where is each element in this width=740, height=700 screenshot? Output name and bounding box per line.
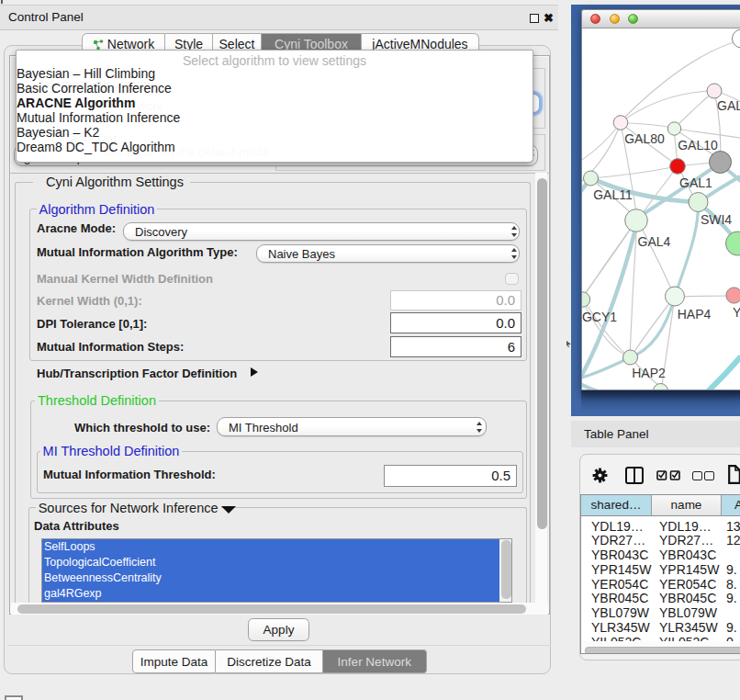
svg-text:SWI4: SWI4 <box>701 212 732 227</box>
svg-text:GAL80: GAL80 <box>624 131 665 146</box>
svg-text:YMR: YMR <box>733 305 740 320</box>
svg-text:GAL2: GAL2 <box>717 98 740 113</box>
svg-text:HAP4: HAP4 <box>678 307 712 322</box>
svg-text:GAL1: GAL1 <box>679 175 712 190</box>
svg-text:GAL11: GAL11 <box>593 187 633 202</box>
svg-text:HAP2: HAP2 <box>632 366 666 380</box>
svg-text:GAL4: GAL4 <box>638 234 671 249</box>
svg-text:GAL10: GAL10 <box>678 138 718 152</box>
svg-text:GCY1: GCY1 <box>582 310 617 324</box>
